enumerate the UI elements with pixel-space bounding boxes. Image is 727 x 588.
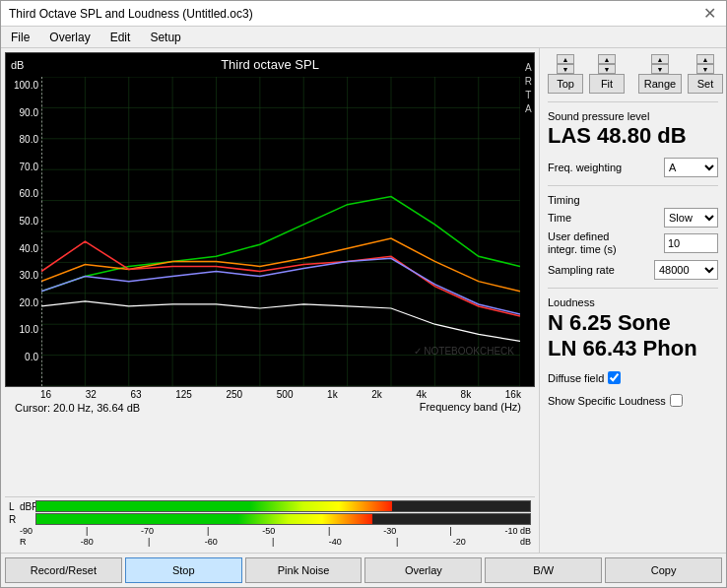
timing-label: Timing <box>548 194 718 206</box>
diffuse-field-checkbox[interactable] <box>608 371 621 384</box>
stop-button[interactable]: Stop <box>125 557 242 583</box>
tick2-40: -40 <box>329 537 342 547</box>
meter-r-bar <box>35 513 531 525</box>
x-label-1k: 1k <box>327 389 338 400</box>
overlay-button[interactable]: Overlay <box>364 557 482 583</box>
freq-weighting-row: Freq. weighting A B C Z <box>548 158 718 177</box>
show-specific-checkbox[interactable] <box>670 394 683 407</box>
record-reset-button[interactable]: Record/Reset <box>5 557 122 583</box>
top-label: Top <box>548 74 583 94</box>
spl-section-label: Sound pressure level <box>548 110 718 122</box>
y-label-30: 30.0 <box>20 271 38 281</box>
pink-noise-button[interactable]: Pink Noise <box>245 557 363 583</box>
diffuse-field-row: Diffuse field <box>548 371 718 384</box>
chart-area: Third octave SPL ARTA dB 100.0 90.0 80.0… <box>1 48 539 553</box>
chart-title: Third octave SPL <box>221 57 319 72</box>
top-fit-range-row: ▲ ▼ Top ▲ ▼ Fit ▲ ▼ <box>548 54 718 94</box>
tick-90: -90 <box>20 526 33 536</box>
sampling-row: Sampling rate 44100 48000 96000 <box>548 260 718 280</box>
user-integr-row: User defined integr. time (s) <box>548 230 718 256</box>
x-label-250: 250 <box>227 389 243 400</box>
menu-setup[interactable]: Setup <box>144 29 186 46</box>
loudness-section: Loudness N 6.25 Sone LN 66.43 Phon <box>548 296 718 362</box>
y-label-50: 50.0 <box>20 217 38 227</box>
menu-edit[interactable]: Edit <box>104 29 137 46</box>
set-down-btn[interactable]: ▼ <box>696 64 714 74</box>
bw-button[interactable]: B/W <box>485 557 602 583</box>
y-label-20: 20.0 <box>20 298 38 308</box>
x-label-16: 16 <box>40 389 51 400</box>
user-integr-input[interactable] <box>664 233 718 253</box>
set-up-btn[interactable]: ▲ <box>696 54 714 64</box>
set-btn[interactable]: Set <box>688 74 723 94</box>
cursor-freq-row: Cursor: 20.0 Hz, 36.64 dB Frequency band… <box>5 400 535 417</box>
x-label-4k: 4k <box>416 389 427 400</box>
fit-spinner[interactable]: ▲ ▼ <box>598 54 616 74</box>
sampling-label: Sampling rate <box>548 264 615 276</box>
range-group: ▲ ▼ Range <box>638 54 682 94</box>
spl-section: Sound pressure level LAS 48.80 dB <box>548 110 718 148</box>
range-spinner[interactable]: ▲ ▼ <box>651 54 669 74</box>
diffuse-field-label: Diffuse field <box>548 372 604 384</box>
fit-btn[interactable]: Fit <box>589 74 625 94</box>
y-label-100: 100.0 <box>14 81 38 91</box>
time-row: Time Slow Fast Impulse <box>548 208 718 228</box>
x-label-32: 32 <box>86 389 97 400</box>
user-integr-label: User defined integr. time (s) <box>548 230 636 256</box>
range-label: Range <box>638 74 682 94</box>
tick-80: | <box>86 526 88 536</box>
db-label: dB <box>11 59 24 71</box>
fit-up-btn[interactable]: ▲ <box>598 54 616 64</box>
top-spinner[interactable]: ▲ ▼ <box>557 54 574 74</box>
chart-inner: Third octave SPL ARTA dB 100.0 90.0 80.0… <box>5 52 535 496</box>
loudness-ln-value: LN 66.43 Phon <box>548 336 718 361</box>
x-label-125: 125 <box>175 389 192 400</box>
meter-r-fill <box>36 514 372 524</box>
arta-label: ARTA <box>525 61 532 116</box>
fw-select[interactable]: A B C Z <box>664 158 718 177</box>
range-up-btn[interactable]: ▲ <box>651 54 669 64</box>
set-group: ▲ ▼ Set <box>688 54 723 94</box>
tick-20: | <box>449 526 451 536</box>
menu-file[interactable]: File <box>5 29 35 46</box>
time-select[interactable]: Slow Fast Impulse <box>664 208 718 228</box>
tick2-60: -60 <box>205 537 218 547</box>
set-spinner[interactable]: ▲ ▼ <box>696 54 714 74</box>
loudness-n-value: N 6.25 Sone <box>548 310 718 336</box>
main-window: Third Octave SPL and Loudness (Untitled.… <box>0 0 727 588</box>
sampling-select[interactable]: 44100 48000 96000 <box>654 260 718 280</box>
spl-value: LAS 48.80 dB <box>548 124 718 148</box>
x-label-16k: 16k <box>505 389 521 400</box>
top-down-btn[interactable]: ▼ <box>557 64 574 74</box>
meter-l-bar <box>35 500 531 512</box>
meter-r-row: R <box>9 513 531 525</box>
fit-down-btn[interactable]: ▼ <box>598 64 616 74</box>
title-bar: Third Octave SPL and Loudness (Untitled.… <box>1 1 726 27</box>
watermark: ✓ NOTEBOOKCHECK <box>414 346 514 357</box>
meter-ticks2: R -80 | -60 | -40 | -20 dB <box>9 537 531 547</box>
range-down-btn[interactable]: ▼ <box>651 64 669 74</box>
menu-overlay[interactable]: Overlay <box>43 29 96 46</box>
tick-40: | <box>328 526 330 536</box>
x-axis: 16 32 63 125 250 500 1k 2k 4k 8k 16k <box>5 387 535 400</box>
divider-2 <box>548 185 718 186</box>
tick2-pipe3: | <box>396 537 398 547</box>
top-up-btn[interactable]: ▲ <box>557 54 574 64</box>
copy-button[interactable]: Copy <box>605 557 722 583</box>
menu-bar: File Overlay Edit Setup <box>1 27 726 48</box>
fit-group: ▲ ▼ Fit <box>589 54 625 94</box>
tick-50: -50 <box>262 526 275 536</box>
main-content: Third octave SPL ARTA dB 100.0 90.0 80.0… <box>1 48 726 553</box>
sidebar: ▲ ▼ Top ▲ ▼ Fit ▲ ▼ <box>539 48 726 553</box>
chart-svg <box>41 77 520 386</box>
divider-3 <box>548 288 718 289</box>
x-label-8k: 8k <box>461 389 472 400</box>
time-label: Time <box>548 212 571 224</box>
y-label-80: 80.0 <box>20 135 38 145</box>
close-button[interactable]: ✕ <box>701 6 718 22</box>
cursor-info: Cursor: 20.0 Hz, 36.64 dB <box>9 401 146 415</box>
tick-70: -70 <box>141 526 154 536</box>
divider-1 <box>548 101 718 102</box>
x-label-500: 500 <box>277 389 294 400</box>
y-label-70: 70.0 <box>20 163 38 172</box>
